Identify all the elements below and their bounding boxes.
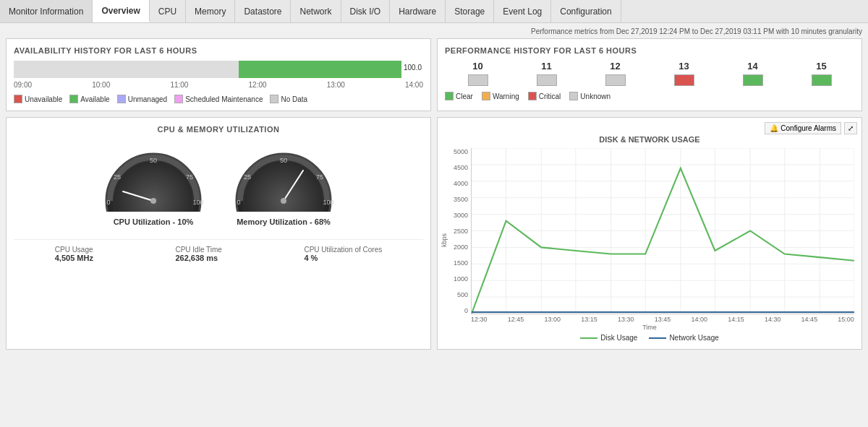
disk-network-chart bbox=[472, 148, 854, 314]
perf-col: 14 bbox=[720, 61, 786, 86]
time-labels: 09:00 10:00 11:00 12:00 13:00 14:00 bbox=[14, 81, 423, 89]
cpu-utilization-label: CPU Utilization - 10% bbox=[114, 217, 194, 226]
y-axis-label: kbps bbox=[441, 233, 448, 247]
gauges-row: 0 25 50 75 100 CPU Utilization - 10% bbox=[103, 147, 334, 226]
warning-icon bbox=[482, 92, 490, 100]
memory-gauge: 0 25 50 75 100 bbox=[233, 147, 334, 212]
svg-text:100: 100 bbox=[192, 199, 203, 206]
cpu-gauge-wrapper: 0 25 50 75 100 CPU Utilization - 10% bbox=[103, 147, 204, 226]
svg-text:50: 50 bbox=[150, 157, 157, 164]
legend-critical: Critical bbox=[528, 92, 561, 100]
clear-icon bbox=[445, 92, 454, 100]
availability-title: AVAILABILITY HISTORY FOR LAST 6 HOURS bbox=[14, 46, 423, 55]
svg-point-8 bbox=[150, 198, 156, 204]
critical-icon bbox=[528, 92, 537, 100]
legend-unknown: Unknown bbox=[569, 92, 610, 100]
svg-text:25: 25 bbox=[114, 173, 121, 181]
no-data-icon bbox=[270, 95, 278, 103]
nav-storage[interactable]: Storage bbox=[446, 0, 494, 22]
chart-legend: Disk Usage Network Usage bbox=[445, 334, 854, 342]
perf-col: 11 bbox=[514, 61, 579, 86]
top-navigation: Monitor Information Overview CPU Memory … bbox=[0, 0, 868, 23]
perf-col: 12 bbox=[582, 61, 648, 86]
scheduled-maintenance-icon bbox=[174, 95, 183, 103]
expand-icon-button[interactable]: ⤢ bbox=[844, 122, 857, 134]
top-grid: AVAILABILITY HISTORY FOR LAST 6 HOURS 10… bbox=[6, 38, 862, 111]
svg-text:0: 0 bbox=[106, 199, 110, 206]
nav-monitor-information[interactable]: Monitor Information bbox=[0, 0, 93, 22]
main-content: Performance metrics from Dec 27,2019 12:… bbox=[0, 23, 868, 354]
disk-usage-line-icon bbox=[580, 337, 597, 339]
available-segment bbox=[239, 61, 401, 78]
nav-memory[interactable]: Memory bbox=[186, 0, 235, 22]
cpu-memory-panel: CPU & MEMORY UTILIZATION bbox=[6, 117, 431, 350]
svg-text:0: 0 bbox=[237, 199, 240, 206]
perf-col: 10 bbox=[445, 61, 511, 86]
perf-col: 15 bbox=[788, 61, 854, 86]
performance-legend: Clear Warning Critical Unknown bbox=[445, 92, 854, 100]
configure-alarms-button[interactable]: 🔔 Configure Alarms bbox=[765, 122, 841, 134]
legend-no-data: No Data bbox=[270, 95, 307, 103]
legend-clear: Clear bbox=[445, 92, 473, 100]
legend-warning: Warning bbox=[482, 92, 519, 100]
availability-panel: AVAILABILITY HISTORY FOR LAST 6 HOURS 10… bbox=[6, 38, 431, 111]
disk-network-title: DISK & NETWORK USAGE bbox=[445, 135, 854, 144]
performance-header: Performance metrics from Dec 27,2019 12:… bbox=[6, 27, 862, 35]
availability-value: 100.0 bbox=[404, 64, 422, 72]
available-icon bbox=[69, 95, 78, 103]
unknown-icon bbox=[569, 92, 578, 100]
nav-datastore[interactable]: Datastore bbox=[235, 0, 291, 22]
svg-text:75: 75 bbox=[316, 173, 323, 181]
legend-scheduled-maintenance: Scheduled Maintenance bbox=[174, 95, 263, 103]
memory-utilization-label: Memory Utilization - 68% bbox=[237, 217, 331, 226]
svg-text:100: 100 bbox=[323, 199, 333, 206]
perf-col: 13 bbox=[651, 61, 717, 86]
x-axis-label: Time bbox=[445, 324, 854, 331]
stat-cpu-usage: CPU Usage 4,505 MHz bbox=[55, 246, 93, 262]
nav-eventlog[interactable]: Event Log bbox=[494, 0, 551, 22]
svg-text:25: 25 bbox=[244, 173, 251, 181]
nav-hardware[interactable]: Hardware bbox=[390, 0, 446, 22]
cpu-gauge: 0 25 50 75 100 bbox=[103, 147, 204, 212]
stats-row: CPU Usage 4,505 MHz CPU Idle Time 262,63… bbox=[14, 239, 423, 262]
availability-bar bbox=[14, 61, 401, 78]
bottom-grid: CPU & MEMORY UTILIZATION bbox=[6, 117, 862, 350]
network-usage-line-icon bbox=[649, 337, 666, 339]
svg-text:75: 75 bbox=[186, 173, 193, 181]
availability-legend: Unavailable Available Unmanaged Schedule… bbox=[14, 95, 423, 103]
nav-cpu[interactable]: CPU bbox=[150, 0, 186, 22]
performance-panel: PERFORMANCE HISTORY FOR LAST 6 HOURS 10 … bbox=[437, 38, 862, 111]
nav-overview[interactable]: Overview bbox=[93, 0, 149, 22]
legend-unavailable: Unavailable bbox=[14, 95, 62, 103]
svg-point-17 bbox=[281, 198, 286, 204]
legend-available: Available bbox=[69, 95, 109, 103]
disk-network-panel: 🔔 Configure Alarms ⤢ DISK & NETWORK USAG… bbox=[437, 117, 862, 350]
network-usage-legend: Network Usage bbox=[649, 334, 718, 342]
unavailable-icon bbox=[14, 95, 22, 103]
unmanaged-icon bbox=[117, 95, 126, 103]
memory-gauge-wrapper: 0 25 50 75 100 Memory Utili bbox=[233, 147, 334, 226]
svg-text:50: 50 bbox=[280, 157, 287, 164]
cpu-memory-title: CPU & MEMORY UTILIZATION bbox=[158, 125, 280, 134]
nav-network[interactable]: Network bbox=[291, 0, 341, 22]
performance-grid: 10 11 12 13 14 15 bbox=[445, 61, 854, 86]
nav-configuration[interactable]: Configuration bbox=[551, 0, 621, 22]
bell-icon: 🔔 bbox=[770, 124, 778, 132]
nav-diskio[interactable]: Disk I/O bbox=[341, 0, 391, 22]
disk-usage-legend: Disk Usage bbox=[580, 334, 637, 342]
legend-unmanaged: Unmanaged bbox=[117, 95, 167, 103]
stat-cpu-idle: CPU Idle Time 262,638 ms bbox=[175, 246, 221, 262]
stat-cpu-cores: CPU Utilization of Cores 4 % bbox=[304, 246, 382, 262]
performance-title: PERFORMANCE HISTORY FOR LAST 6 HOURS bbox=[445, 46, 854, 55]
